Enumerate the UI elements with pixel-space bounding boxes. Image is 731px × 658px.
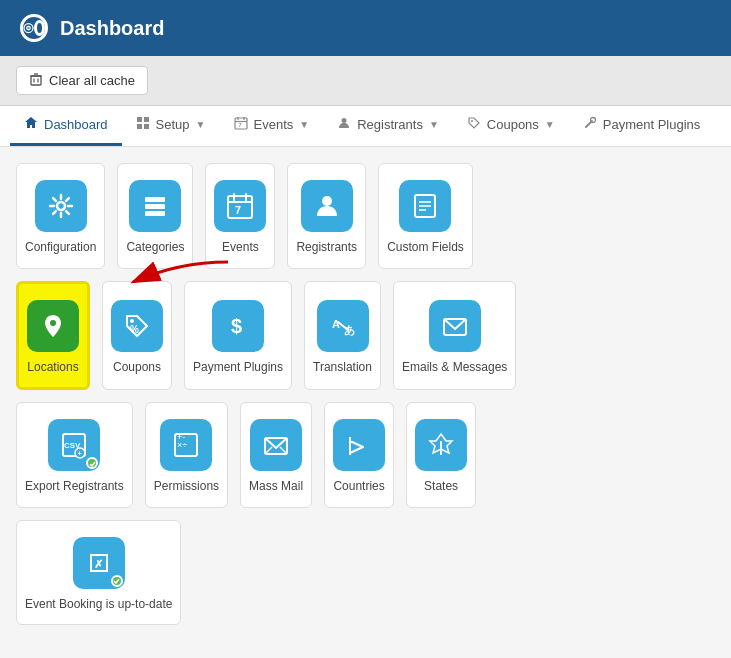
coupons-label: Coupons — [113, 360, 161, 376]
svg-line-29 — [66, 198, 69, 201]
event-booking-label: Event Booking is up-to-date — [25, 597, 172, 613]
nav-label-registrants: Registrants — [357, 117, 423, 132]
registrants-tile-icon — [301, 180, 353, 232]
toolbar: Clear all cache — [0, 56, 731, 106]
tile-configuration[interactable]: Configuration — [16, 163, 105, 269]
payment-tile-icon: $ — [212, 300, 264, 352]
tile-locations[interactable]: Locations — [16, 281, 90, 391]
clear-cache-button[interactable]: Clear all cache — [16, 66, 148, 95]
tile-payment-plugins[interactable]: $ Payment Plugins — [184, 281, 292, 391]
emails-tile-icon — [429, 300, 481, 352]
mass-mail-tile-icon — [250, 419, 302, 471]
tile-permissions[interactable]: ×÷ +- Permissions — [145, 402, 228, 508]
calendar-icon: 7 — [234, 116, 248, 133]
svg-text:%: % — [130, 324, 139, 335]
header: Dashboard — [0, 0, 731, 56]
configuration-label: Configuration — [25, 240, 96, 256]
translation-tile-icon: A あ — [317, 300, 369, 352]
main-content: Configuration Categories — [0, 147, 731, 653]
tile-row-1: Configuration Categories — [16, 163, 715, 269]
locations-tile-icon — [27, 300, 79, 352]
categories-tile-icon — [129, 180, 181, 232]
events-label: Events — [222, 240, 259, 256]
setup-chevron-icon: ▼ — [196, 119, 206, 130]
permissions-label: Permissions — [154, 479, 219, 495]
categories-label: Categories — [126, 240, 184, 256]
tile-countries[interactable]: Countries — [324, 402, 394, 508]
config-tile-icon — [35, 180, 87, 232]
coupons-tile-icon: % — [111, 300, 163, 352]
header-title: Dashboard — [60, 17, 164, 40]
svg-line-60 — [280, 447, 287, 454]
svg-text:$: $ — [231, 315, 242, 337]
svg-line-27 — [53, 198, 56, 201]
svg-point-2 — [28, 28, 29, 29]
svg-point-20 — [590, 118, 595, 123]
svg-text:+: + — [78, 450, 82, 457]
tile-registrants[interactable]: Registrants — [287, 163, 366, 269]
nav-label-setup: Setup — [156, 117, 190, 132]
locations-label: Locations — [27, 360, 78, 376]
svg-rect-31 — [145, 197, 165, 202]
tile-states[interactable]: States — [406, 402, 476, 508]
nav-label-events: Events — [254, 117, 294, 132]
nav-item-payment-plugins[interactable]: Payment Plugins — [569, 106, 715, 146]
coupons-chevron-icon: ▼ — [545, 119, 555, 130]
svg-point-44 — [50, 320, 56, 326]
translation-label: Translation — [313, 360, 372, 376]
states-tile-icon — [415, 419, 467, 471]
nav-item-registrants[interactable]: Registrants ▼ — [323, 106, 453, 146]
nav-item-coupons[interactable]: Coupons ▼ — [453, 106, 569, 146]
tile-translation[interactable]: A あ Translation — [304, 281, 381, 391]
registrants-label: Registrants — [296, 240, 357, 256]
svg-point-18 — [471, 120, 473, 122]
svg-rect-33 — [145, 211, 165, 216]
svg-text:あ: あ — [344, 324, 355, 336]
events-tile-icon: 7 — [214, 180, 266, 232]
countries-label: Countries — [333, 479, 384, 495]
tile-custom-fields[interactable]: Custom Fields — [378, 163, 473, 269]
nav-label-coupons: Coupons — [487, 117, 539, 132]
tile-coupons[interactable]: % Coupons — [102, 281, 172, 391]
tag-icon — [467, 116, 481, 133]
svg-text:A: A — [332, 318, 340, 330]
svg-point-39 — [322, 196, 332, 206]
svg-point-22 — [57, 202, 65, 210]
payment-plugins-label: Payment Plugins — [193, 360, 283, 376]
tile-mass-mail[interactable]: Mass Mail — [240, 402, 312, 508]
tile-export-registrants[interactable]: CSV + Export Registrants — [16, 402, 133, 508]
permissions-tile-icon: ×÷ +- — [160, 419, 212, 471]
countries-tile-icon — [333, 419, 385, 471]
tile-emails-messages[interactable]: Emails & Messages — [393, 281, 516, 391]
tile-categories[interactable]: Categories — [117, 163, 193, 269]
custom-fields-tile-icon — [399, 180, 451, 232]
mass-mail-label: Mass Mail — [249, 479, 303, 495]
wrench-icon — [583, 116, 597, 133]
tile-row-3: CSV + Export Registrants ×÷ +- — [16, 402, 715, 508]
nav-item-setup[interactable]: Setup ▼ — [122, 106, 220, 146]
clear-cache-label: Clear all cache — [49, 73, 135, 88]
export-registrants-label: Export Registrants — [25, 479, 124, 495]
tile-row-2: Locations % Coupons $ Pa — [16, 281, 715, 391]
nav-item-events[interactable]: 7 Events ▼ — [220, 106, 324, 146]
tile-event-booking[interactable]: ✗ Event Booking is up-to-date — [16, 520, 181, 626]
tile-events[interactable]: 7 Events — [205, 163, 275, 269]
states-label: States — [424, 479, 458, 495]
navbar: Dashboard Setup ▼ 7 — [0, 106, 731, 147]
custom-fields-label: Custom Fields — [387, 240, 464, 256]
svg-rect-11 — [144, 124, 149, 129]
nav-item-dashboard[interactable]: Dashboard — [10, 106, 122, 146]
svg-rect-8 — [137, 117, 142, 122]
export-tile-icon: CSV + — [48, 419, 100, 471]
svg-text:7: 7 — [235, 204, 241, 216]
trash-icon — [29, 72, 43, 89]
grid-icon — [136, 116, 150, 133]
svg-line-59 — [265, 447, 272, 454]
nav-label-payment-plugins: Payment Plugins — [603, 117, 701, 132]
svg-rect-9 — [144, 117, 149, 122]
svg-text:7: 7 — [238, 122, 241, 128]
svg-rect-10 — [137, 124, 142, 129]
svg-point-17 — [342, 118, 347, 123]
dashboard-logo-icon — [20, 14, 48, 42]
svg-line-30 — [53, 211, 56, 214]
